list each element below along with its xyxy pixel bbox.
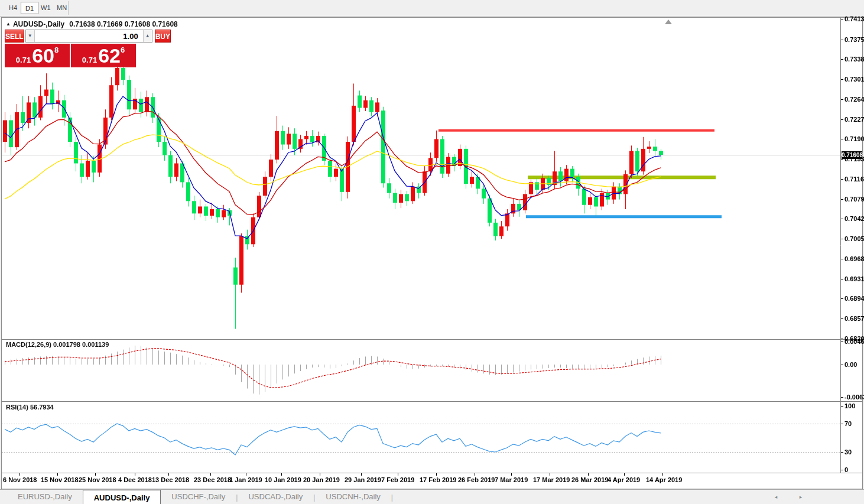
buy-price-box[interactable]: 0.71 62 6 bbox=[71, 44, 136, 67]
date-label: 23 Dec 2018 bbox=[194, 476, 231, 483]
timeframe-toolbar: H4D1W1MN bbox=[0, 0, 864, 17]
timeframe-button-h4[interactable]: H4 bbox=[5, 2, 21, 14]
price-axis-label: 0.68940 bbox=[844, 295, 864, 302]
macd-axis-label: -0.00639 bbox=[844, 394, 864, 401]
volume-increase-icon[interactable]: ▲ bbox=[143, 30, 152, 42]
timeframe-button-w1[interactable]: W1 bbox=[37, 2, 55, 14]
chart-symbol-label: AUDUSD-,Daily bbox=[13, 20, 64, 28]
date-label: 4 Dec 2018 bbox=[118, 476, 152, 483]
symbol-tab-usdcnh-daily[interactable]: USDCNH-,Daily bbox=[315, 490, 391, 504]
rsi-indicator-label: RSI(14) 56.7934 bbox=[6, 404, 54, 411]
price-axis-label: 0.72270 bbox=[844, 116, 864, 123]
buy-price-prefix: 0.71 bbox=[82, 56, 97, 64]
date-label: 29 Jan 2019 bbox=[345, 476, 381, 483]
price-axis-label: 0.72640 bbox=[844, 96, 864, 103]
macd-axis-label: 0.004694 bbox=[844, 338, 864, 345]
price-axis-label: 0.70790 bbox=[844, 196, 864, 203]
symbol-tabstrip: EURUSD-,DailyAUDUSD-,DailyUSDCHF-,Daily|… bbox=[0, 489, 864, 504]
price-axis-label: 0.74130 bbox=[844, 15, 864, 22]
buy-price-pip: 6 bbox=[121, 45, 125, 67]
date-label: 4 Apr 2019 bbox=[608, 476, 640, 483]
rsi-axis-label: 100 bbox=[844, 402, 855, 409]
date-label: 7 Feb 2019 bbox=[381, 476, 414, 483]
date-label: 20 Jan 2019 bbox=[303, 476, 340, 483]
price-axis-label: 0.71160 bbox=[844, 175, 864, 183]
chart-canvas[interactable] bbox=[2, 18, 862, 489]
symbol-tab-usdchf-daily[interactable]: USDCHF-,Daily bbox=[161, 490, 236, 504]
macd-indicator-label: MACD(12,26,9) 0.001798 0.001139 bbox=[6, 341, 109, 348]
sell-button[interactable]: SELL bbox=[5, 30, 24, 43]
date-label: 15 Nov 2018 bbox=[41, 476, 79, 483]
sell-price-pip: 8 bbox=[54, 45, 59, 67]
sell-price-box[interactable]: 0.71 60 8 bbox=[5, 44, 70, 67]
volume-stepper: ▼ ▲ bbox=[25, 30, 152, 43]
price-axis-label: 0.73750 bbox=[844, 36, 864, 43]
price-axis-label: 0.70050 bbox=[844, 235, 864, 242]
date-label: 13 Dec 2018 bbox=[152, 476, 189, 483]
timeframe-button-d1[interactable]: D1 bbox=[21, 2, 38, 14]
rsi-axis-label: 0 bbox=[844, 466, 848, 473]
collapse-triangle-icon[interactable]: ▲ bbox=[6, 21, 11, 27]
date-label: 17 Mar 2019 bbox=[533, 476, 570, 483]
chart-header: ▲AUDUSD-,Daily0.71638 0.71669 0.71608 0.… bbox=[6, 20, 178, 28]
macd-axis-label: 0.00 bbox=[844, 361, 857, 368]
date-label: 25 Nov 2018 bbox=[79, 476, 116, 483]
date-label: 10 Jan 2019 bbox=[265, 476, 301, 483]
volume-input[interactable] bbox=[35, 30, 143, 42]
date-label: 17 Feb 2019 bbox=[420, 476, 456, 483]
scroll-right-icon[interactable]: ▸ bbox=[797, 493, 805, 501]
date-label: 26 Feb 2019 bbox=[458, 476, 495, 483]
sell-price-prefix: 0.71 bbox=[16, 56, 31, 64]
current-price-tag: 0.71608 bbox=[842, 151, 862, 159]
symbol-tab-usdcad-daily[interactable]: USDCAD-,Daily bbox=[238, 490, 313, 504]
date-label: 26 Mar 2019 bbox=[571, 476, 608, 483]
price-axis-label: 0.70420 bbox=[844, 215, 864, 222]
date-label: 7 Mar 2019 bbox=[495, 476, 528, 483]
symbol-tab-audusd-daily[interactable]: AUDUSD-,Daily bbox=[83, 490, 161, 504]
date-label: 1 Jan 2019 bbox=[229, 476, 262, 483]
rsi-axis-label: 30 bbox=[844, 448, 852, 456]
price-axis-label: 0.68570 bbox=[844, 315, 864, 322]
price-axis-label: 0.69680 bbox=[844, 255, 864, 262]
buy-price-big: 62 bbox=[98, 44, 121, 67]
tab-separator: | bbox=[391, 493, 393, 502]
buy-button[interactable]: BUY bbox=[155, 30, 171, 43]
one-click-trading-panel: SELL ▼ ▲ BUY 0.71 60 8 0.71 62 6 bbox=[5, 30, 136, 67]
price-axis-label: 0.71900 bbox=[844, 135, 864, 142]
date-label: 6 Nov 2018 bbox=[3, 476, 37, 483]
symbol-tab-eurusd-daily[interactable]: EURUSD-,Daily bbox=[7, 490, 83, 504]
price-axis-label: 0.73010 bbox=[844, 76, 864, 83]
toolbar-separator bbox=[68, 1, 69, 15]
chart-window: ▲AUDUSD-,Daily0.71638 0.71669 0.71608 0.… bbox=[1, 17, 863, 489]
price-axis-label: 0.73380 bbox=[844, 56, 864, 63]
volume-decrease-icon[interactable]: ▼ bbox=[26, 30, 35, 42]
date-label: 14 Apr 2019 bbox=[646, 476, 682, 483]
price-axis-label: 0.69310 bbox=[844, 275, 864, 282]
chart-ohlc-quote: 0.71638 0.71669 0.71608 0.71608 bbox=[69, 20, 178, 28]
scroll-left-icon[interactable]: ◂ bbox=[772, 493, 780, 501]
sell-price-big: 60 bbox=[32, 44, 54, 67]
rsi-axis-label: 70 bbox=[844, 420, 852, 427]
